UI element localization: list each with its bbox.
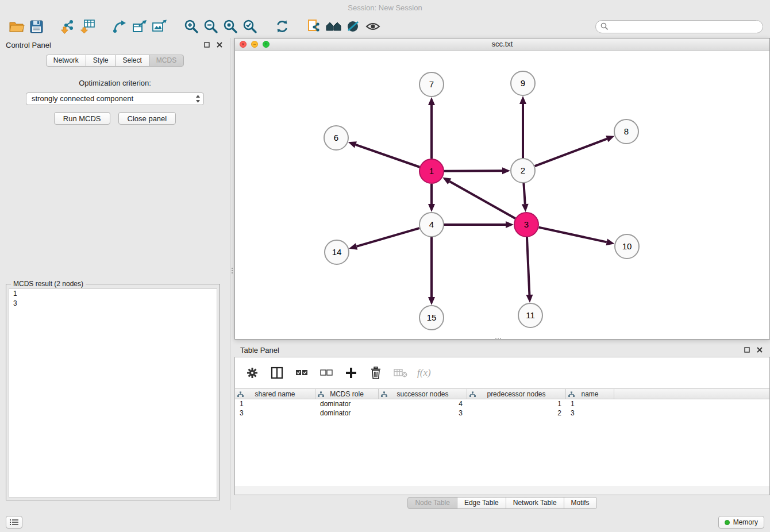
deselect-all-rows-button[interactable]	[318, 365, 334, 381]
import-table-button[interactable]	[78, 17, 98, 36]
style-button[interactable]	[344, 17, 363, 36]
column-header-name[interactable]: name	[566, 389, 614, 399]
tab-mcds[interactable]: MCDS	[149, 55, 184, 67]
zoom-fit-button[interactable]	[221, 17, 240, 36]
memory-status-icon	[725, 520, 730, 525]
delete-table-button[interactable]	[392, 365, 409, 381]
table-cell: 4	[379, 399, 467, 408]
graph-edge[interactable]	[538, 228, 606, 242]
graph-edge[interactable]	[449, 182, 515, 219]
copy-network-button[interactable]	[305, 17, 324, 36]
column-header-successor-nodes[interactable]: successor nodes	[379, 389, 467, 399]
column-type-icon	[237, 391, 244, 398]
edge-arrow-icon	[502, 167, 510, 174]
close-table-panel-button[interactable]	[755, 345, 764, 354]
graph-edge[interactable]	[444, 171, 502, 171]
graph-node-15[interactable]: 15	[419, 306, 444, 330]
main-toolbar	[0, 15, 770, 38]
graph-node-label: 15	[427, 313, 437, 322]
import-network-button[interactable]	[59, 17, 78, 36]
zoom-out-button[interactable]	[201, 17, 221, 36]
column-header-label: successor nodes	[396, 390, 448, 398]
close-window-icon[interactable]: ×	[240, 41, 247, 48]
control-panel-header: Control Panel	[0, 38, 230, 52]
select-all-rows-button[interactable]	[294, 365, 310, 381]
graph-edge[interactable]	[535, 139, 607, 167]
graph-node-label: 7	[429, 79, 434, 89]
float-table-panel-button[interactable]	[742, 345, 752, 354]
network-window: × − + scc.txt 7968124314101511	[234, 38, 770, 340]
minimize-window-icon[interactable]: −	[251, 41, 258, 48]
graph-node-label: 8	[624, 126, 629, 136]
criterion-select[interactable]: strongly connected component	[26, 92, 204, 105]
vertical-splitter-handle[interactable]	[232, 268, 233, 269]
graph-edge[interactable]	[527, 237, 529, 295]
search-input[interactable]	[609, 21, 763, 32]
graph-node-4[interactable]: 4	[419, 213, 444, 237]
table-horizontal-scrollbar[interactable]	[235, 487, 769, 495]
task-history-button[interactable]	[6, 516, 22, 529]
graph-node-10[interactable]: 10	[615, 234, 639, 259]
add-column-button[interactable]	[343, 365, 359, 381]
control-panel: Control Panel Network Style Select MCDS …	[0, 38, 230, 510]
network-window-titlebar[interactable]: × − + scc.txt	[235, 38, 769, 51]
close-panel-action-button[interactable]: Close panel	[118, 112, 176, 125]
show-hide-button[interactable]	[363, 17, 383, 36]
graph-node-8[interactable]: 8	[614, 119, 638, 144]
graph-node-label: 1	[429, 166, 434, 176]
tab-select[interactable]: Select	[116, 55, 149, 67]
graph-node-2[interactable]: 2	[511, 159, 535, 183]
graph-node-6[interactable]: 6	[324, 126, 348, 150]
open-session-button[interactable]	[7, 17, 26, 36]
memory-button[interactable]: Memory	[718, 516, 764, 529]
graph-node-7[interactable]: 7	[419, 72, 444, 97]
new-network-button[interactable]	[110, 17, 130, 36]
show-columns-button[interactable]	[269, 365, 285, 381]
save-session-button[interactable]	[26, 17, 46, 36]
zoom-selected-button[interactable]	[240, 17, 260, 36]
table-row[interactable]: 3dominator323	[235, 408, 769, 418]
close-panel-button[interactable]	[215, 40, 224, 49]
export-image-button[interactable]	[149, 17, 169, 36]
graph-node-1[interactable]: 1	[419, 159, 444, 183]
tab-node-table[interactable]: Node Table	[407, 497, 457, 509]
export-image-icon	[152, 19, 167, 34]
graph-node-14[interactable]: 14	[325, 240, 349, 264]
table-cell: 1	[467, 399, 566, 408]
graph-edge[interactable]	[356, 145, 419, 167]
column-header-mcds-role[interactable]: MCDS role	[315, 389, 379, 399]
graph-node-11[interactable]: 11	[518, 303, 542, 327]
tab-motifs[interactable]: Motifs	[564, 497, 597, 509]
mcds-result-list[interactable]: 13	[9, 288, 217, 498]
deselect-all-icon	[320, 369, 333, 377]
clone-network-icon	[132, 19, 148, 34]
float-panel-button[interactable]	[202, 40, 211, 49]
column-header-predecessor-nodes[interactable]: predecessor nodes	[467, 389, 566, 399]
clone-network-button[interactable]	[130, 17, 149, 36]
search-icon	[600, 22, 609, 30]
tab-network-table[interactable]: Network Table	[506, 497, 564, 509]
network-canvas[interactable]: 7968124314101511	[235, 51, 769, 339]
table-cell: dominator	[315, 399, 379, 408]
graph-edge[interactable]	[523, 183, 525, 204]
maximize-window-icon[interactable]: +	[263, 41, 270, 48]
graph-node-3[interactable]: 3	[514, 213, 538, 237]
table-settings-button[interactable]	[244, 365, 260, 381]
refresh-button[interactable]	[272, 17, 292, 36]
tab-network[interactable]: Network	[46, 55, 86, 67]
horizontal-splitter-handle[interactable]	[495, 338, 496, 340]
column-header-shared-name[interactable]: shared name	[235, 389, 315, 399]
run-mcds-button[interactable]: Run MCDS	[54, 112, 110, 125]
graph-node-label: 11	[526, 310, 535, 320]
graph-node-9[interactable]: 9	[511, 71, 535, 95]
table-tabs: Node Table Edge Table Network Table Moti…	[234, 497, 770, 509]
zoom-in-button[interactable]	[182, 17, 201, 36]
function-builder-icon[interactable]: f(x)	[417, 367, 431, 379]
table-row[interactable]: 1dominator411	[235, 399, 769, 408]
tab-style[interactable]: Style	[86, 55, 116, 67]
tab-edge-table[interactable]: Edge Table	[457, 497, 506, 509]
first-neighbors-button[interactable]	[324, 17, 344, 36]
graph-node-label: 4	[429, 219, 434, 229]
graph-edge[interactable]	[357, 228, 419, 246]
delete-column-button[interactable]	[368, 365, 384, 381]
